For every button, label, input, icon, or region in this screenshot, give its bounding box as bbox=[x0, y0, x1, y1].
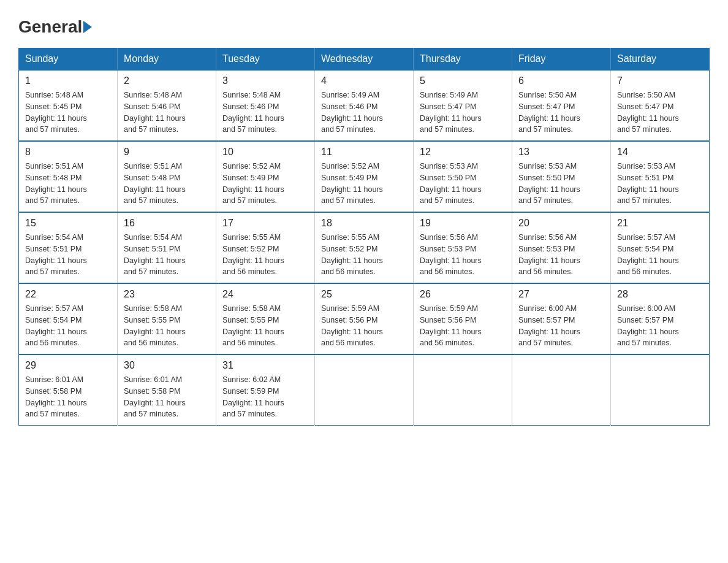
calendar-cell: 13 Sunrise: 5:53 AM Sunset: 5:50 PM Dayl… bbox=[512, 141, 611, 212]
page-header: General bbox=[18, 12, 710, 37]
day-info: Sunrise: 5:53 AM Sunset: 5:51 PM Dayligh… bbox=[617, 161, 703, 207]
day-number: 26 bbox=[420, 289, 506, 300]
day-number: 31 bbox=[222, 360, 308, 371]
day-number: 8 bbox=[25, 147, 111, 158]
day-info: Sunrise: 5:51 AM Sunset: 5:48 PM Dayligh… bbox=[124, 161, 210, 207]
day-info: Sunrise: 6:00 AM Sunset: 5:57 PM Dayligh… bbox=[518, 303, 604, 349]
day-info: Sunrise: 5:54 AM Sunset: 5:51 PM Dayligh… bbox=[124, 232, 210, 278]
day-number: 15 bbox=[25, 218, 111, 229]
day-number: 29 bbox=[25, 360, 111, 371]
day-info: Sunrise: 5:49 AM Sunset: 5:47 PM Dayligh… bbox=[420, 90, 506, 136]
day-number: 12 bbox=[420, 147, 506, 158]
day-number: 18 bbox=[321, 218, 407, 229]
calendar-cell: 21 Sunrise: 5:57 AM Sunset: 5:54 PM Dayl… bbox=[611, 212, 710, 283]
day-info: Sunrise: 5:52 AM Sunset: 5:49 PM Dayligh… bbox=[222, 161, 308, 207]
calendar-header-wednesday: Wednesday bbox=[315, 48, 414, 71]
day-number: 22 bbox=[25, 289, 111, 300]
day-info: Sunrise: 5:58 AM Sunset: 5:55 PM Dayligh… bbox=[124, 303, 210, 349]
calendar-cell: 29 Sunrise: 6:01 AM Sunset: 5:58 PM Dayl… bbox=[19, 354, 118, 426]
day-info: Sunrise: 5:50 AM Sunset: 5:47 PM Dayligh… bbox=[617, 90, 703, 136]
calendar-cell: 9 Sunrise: 5:51 AM Sunset: 5:48 PM Dayli… bbox=[118, 141, 216, 212]
calendar-header-thursday: Thursday bbox=[414, 48, 512, 71]
day-info: Sunrise: 5:59 AM Sunset: 5:56 PM Dayligh… bbox=[321, 303, 407, 349]
day-info: Sunrise: 5:48 AM Sunset: 5:46 PM Dayligh… bbox=[222, 90, 308, 136]
calendar-cell: 27 Sunrise: 6:00 AM Sunset: 5:57 PM Dayl… bbox=[512, 283, 611, 354]
day-number: 21 bbox=[617, 218, 703, 229]
day-number: 3 bbox=[222, 75, 308, 86]
calendar-cell: 17 Sunrise: 5:55 AM Sunset: 5:52 PM Dayl… bbox=[216, 212, 315, 283]
calendar-cell bbox=[512, 354, 611, 426]
calendar-cell: 12 Sunrise: 5:53 AM Sunset: 5:50 PM Dayl… bbox=[414, 141, 512, 212]
day-info: Sunrise: 5:52 AM Sunset: 5:49 PM Dayligh… bbox=[321, 161, 407, 207]
calendar-cell: 18 Sunrise: 5:55 AM Sunset: 5:52 PM Dayl… bbox=[315, 212, 414, 283]
day-number: 25 bbox=[321, 289, 407, 300]
calendar-cell: 2 Sunrise: 5:48 AM Sunset: 5:46 PM Dayli… bbox=[118, 70, 216, 141]
day-info: Sunrise: 6:02 AM Sunset: 5:59 PM Dayligh… bbox=[222, 374, 308, 420]
calendar-header-row: SundayMondayTuesdayWednesdayThursdayFrid… bbox=[19, 48, 710, 71]
day-info: Sunrise: 5:58 AM Sunset: 5:55 PM Dayligh… bbox=[222, 303, 308, 349]
calendar-cell: 15 Sunrise: 5:54 AM Sunset: 5:51 PM Dayl… bbox=[19, 212, 118, 283]
calendar-week-row: 29 Sunrise: 6:01 AM Sunset: 5:58 PM Dayl… bbox=[19, 354, 710, 426]
day-number: 24 bbox=[222, 289, 308, 300]
calendar-cell: 4 Sunrise: 5:49 AM Sunset: 5:46 PM Dayli… bbox=[315, 70, 414, 141]
day-info: Sunrise: 5:53 AM Sunset: 5:50 PM Dayligh… bbox=[420, 161, 506, 207]
calendar-header-monday: Monday bbox=[118, 48, 216, 71]
calendar-cell: 14 Sunrise: 5:53 AM Sunset: 5:51 PM Dayl… bbox=[611, 141, 710, 212]
day-number: 4 bbox=[321, 75, 407, 86]
day-number: 11 bbox=[321, 147, 407, 158]
calendar-cell: 28 Sunrise: 6:00 AM Sunset: 5:57 PM Dayl… bbox=[611, 283, 710, 354]
calendar-cell: 16 Sunrise: 5:54 AM Sunset: 5:51 PM Dayl… bbox=[118, 212, 216, 283]
calendar-cell: 11 Sunrise: 5:52 AM Sunset: 5:49 PM Dayl… bbox=[315, 141, 414, 212]
day-number: 20 bbox=[518, 218, 604, 229]
day-info: Sunrise: 6:01 AM Sunset: 5:58 PM Dayligh… bbox=[124, 374, 210, 420]
day-info: Sunrise: 5:49 AM Sunset: 5:46 PM Dayligh… bbox=[321, 90, 407, 136]
day-number: 1 bbox=[25, 75, 111, 86]
calendar-cell: 24 Sunrise: 5:58 AM Sunset: 5:55 PM Dayl… bbox=[216, 283, 315, 354]
day-info: Sunrise: 6:01 AM Sunset: 5:58 PM Dayligh… bbox=[25, 374, 111, 420]
day-number: 30 bbox=[124, 360, 210, 371]
logo-general-text: General bbox=[18, 17, 93, 37]
day-number: 17 bbox=[222, 218, 308, 229]
day-info: Sunrise: 5:57 AM Sunset: 5:54 PM Dayligh… bbox=[25, 303, 111, 349]
calendar-week-row: 8 Sunrise: 5:51 AM Sunset: 5:48 PM Dayli… bbox=[19, 141, 710, 212]
day-number: 27 bbox=[518, 289, 604, 300]
day-info: Sunrise: 5:48 AM Sunset: 5:46 PM Dayligh… bbox=[124, 90, 210, 136]
day-number: 2 bbox=[124, 75, 210, 86]
day-number: 10 bbox=[222, 147, 308, 158]
calendar-cell: 30 Sunrise: 6:01 AM Sunset: 5:58 PM Dayl… bbox=[118, 354, 216, 426]
calendar-week-row: 15 Sunrise: 5:54 AM Sunset: 5:51 PM Dayl… bbox=[19, 212, 710, 283]
calendar-cell: 10 Sunrise: 5:52 AM Sunset: 5:49 PM Dayl… bbox=[216, 141, 315, 212]
calendar-cell: 31 Sunrise: 6:02 AM Sunset: 5:59 PM Dayl… bbox=[216, 354, 315, 426]
day-info: Sunrise: 5:56 AM Sunset: 5:53 PM Dayligh… bbox=[518, 232, 604, 278]
logo-triangle-icon bbox=[83, 21, 92, 33]
calendar-week-row: 1 Sunrise: 5:48 AM Sunset: 5:45 PM Dayli… bbox=[19, 70, 710, 141]
calendar-cell: 8 Sunrise: 5:51 AM Sunset: 5:48 PM Dayli… bbox=[19, 141, 118, 212]
day-info: Sunrise: 5:53 AM Sunset: 5:50 PM Dayligh… bbox=[518, 161, 604, 207]
calendar-cell: 1 Sunrise: 5:48 AM Sunset: 5:45 PM Dayli… bbox=[19, 70, 118, 141]
day-number: 23 bbox=[124, 289, 210, 300]
day-info: Sunrise: 5:56 AM Sunset: 5:53 PM Dayligh… bbox=[420, 232, 506, 278]
calendar-cell: 26 Sunrise: 5:59 AM Sunset: 5:56 PM Dayl… bbox=[414, 283, 512, 354]
calendar-cell: 3 Sunrise: 5:48 AM Sunset: 5:46 PM Dayli… bbox=[216, 70, 315, 141]
calendar-cell: 6 Sunrise: 5:50 AM Sunset: 5:47 PM Dayli… bbox=[512, 70, 611, 141]
day-info: Sunrise: 5:55 AM Sunset: 5:52 PM Dayligh… bbox=[222, 232, 308, 278]
calendar-header-sunday: Sunday bbox=[19, 48, 118, 71]
calendar-cell: 19 Sunrise: 5:56 AM Sunset: 5:53 PM Dayl… bbox=[414, 212, 512, 283]
calendar-week-row: 22 Sunrise: 5:57 AM Sunset: 5:54 PM Dayl… bbox=[19, 283, 710, 354]
day-info: Sunrise: 5:55 AM Sunset: 5:52 PM Dayligh… bbox=[321, 232, 407, 278]
calendar-cell: 20 Sunrise: 5:56 AM Sunset: 5:53 PM Dayl… bbox=[512, 212, 611, 283]
calendar-header-friday: Friday bbox=[512, 48, 611, 71]
calendar-cell: 5 Sunrise: 5:49 AM Sunset: 5:47 PM Dayli… bbox=[414, 70, 512, 141]
day-info: Sunrise: 5:59 AM Sunset: 5:56 PM Dayligh… bbox=[420, 303, 506, 349]
day-number: 7 bbox=[617, 75, 703, 86]
calendar-cell: 25 Sunrise: 5:59 AM Sunset: 5:56 PM Dayl… bbox=[315, 283, 414, 354]
logo: General bbox=[18, 12, 93, 37]
day-info: Sunrise: 5:51 AM Sunset: 5:48 PM Dayligh… bbox=[25, 161, 111, 207]
day-info: Sunrise: 5:57 AM Sunset: 5:54 PM Dayligh… bbox=[617, 232, 703, 278]
calendar-cell bbox=[315, 354, 414, 426]
calendar-cell: 22 Sunrise: 5:57 AM Sunset: 5:54 PM Dayl… bbox=[19, 283, 118, 354]
calendar-cell: 7 Sunrise: 5:50 AM Sunset: 5:47 PM Dayli… bbox=[611, 70, 710, 141]
day-info: Sunrise: 5:48 AM Sunset: 5:45 PM Dayligh… bbox=[25, 90, 111, 136]
day-info: Sunrise: 5:50 AM Sunset: 5:47 PM Dayligh… bbox=[518, 90, 604, 136]
day-number: 16 bbox=[124, 218, 210, 229]
